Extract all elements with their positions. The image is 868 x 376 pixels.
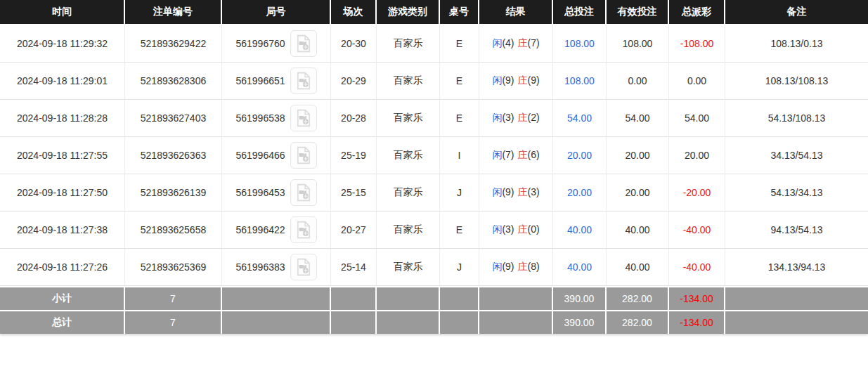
round-id-text: 561996760 [235, 38, 285, 49]
round-id-text: 561996651 [235, 75, 285, 86]
cell-session: 25-15 [331, 174, 377, 212]
video-replay-button[interactable] [290, 254, 317, 280]
cell-valid-bet: 54.00 [607, 100, 669, 137]
column-header-valid-bet: 有效投注 [607, 0, 669, 25]
result-player-score: (9) [502, 261, 514, 272]
cell-time: 2024-09-18 11:27:26 [0, 249, 125, 286]
table-body: 2024-09-18 11:29:32 521893629422 5619967… [0, 25, 868, 286]
column-header-payout: 总派彩 [669, 0, 725, 25]
result-player-score: (7) [502, 149, 514, 160]
video-file-icon [294, 109, 313, 127]
table-footer: 小计 7 390.00 282.00 -134.00 总计 7 390.00 2… [0, 286, 868, 334]
round-id-group: 561996760 [222, 30, 330, 57]
column-header-round-id: 局号 [222, 0, 331, 25]
cell-remark: 54.13/34.13 [725, 174, 868, 212]
video-file-icon [294, 146, 313, 164]
subtotal-total-bet: 390.00 [553, 286, 607, 310]
cell-table-no: E [440, 63, 479, 100]
cell-remark: 134.13/94.13 [725, 249, 868, 286]
result-banker-score: (0) [528, 223, 540, 235]
table-header: 时间 注单编号 局号 场次 游戏类别 桌号 结果 总投注 有效投注 总派彩 备注 [0, 0, 868, 25]
video-replay-button[interactable] [290, 105, 317, 131]
result-player-label: 闲 [492, 223, 502, 235]
subtotal-label: 小计 [0, 286, 125, 310]
result-player-label: 闲 [492, 112, 502, 123]
table-row: 2024-09-18 11:29:01 521893628306 5619966… [0, 63, 868, 100]
column-header-total-bet: 总投注 [553, 0, 607, 25]
cell-total-bet: 108.00 [553, 25, 607, 63]
result-banker-label: 庄 [518, 261, 528, 272]
cell-session: 20-29 [331, 63, 377, 100]
result-player-label: 闲 [492, 261, 502, 272]
round-id-group: 561996538 [222, 105, 330, 131]
cell-payout: -20.00 [669, 174, 725, 212]
footer-empty-cell [331, 286, 377, 310]
grand-total-valid-bet: 282.00 [607, 310, 669, 334]
cell-time: 2024-09-18 11:27:38 [0, 212, 125, 249]
video-replay-button[interactable] [290, 216, 317, 243]
round-id-text: 561996453 [235, 187, 285, 198]
cell-round-id: 561996760 [222, 25, 331, 63]
cell-result: 闲(4)庄(7) [479, 25, 553, 63]
cell-bet-id: 521893628306 [125, 63, 222, 100]
subtotal-valid-bet: 282.00 [607, 286, 669, 310]
round-id-text: 561996383 [235, 261, 285, 273]
video-replay-button[interactable] [290, 30, 317, 57]
cell-table-no: J [440, 174, 479, 212]
cell-result: 闲(9)庄(9) [479, 63, 553, 100]
result-banker-label: 庄 [518, 149, 528, 160]
cell-game-type: 百家乐 [377, 174, 440, 212]
cell-valid-bet: 20.00 [607, 174, 669, 212]
video-file-icon [294, 258, 313, 276]
bet-records-table: 时间 注单编号 局号 场次 游戏类别 桌号 结果 总投注 有效投注 总派彩 备注… [0, 0, 868, 334]
cell-payout: -40.00 [669, 212, 725, 249]
result-banker-label: 庄 [518, 37, 528, 48]
result-banker-score: (9) [528, 74, 540, 86]
cell-remark: 34.13/54.13 [725, 137, 868, 174]
video-file-icon [294, 221, 313, 239]
video-replay-button[interactable] [290, 67, 317, 94]
footer-empty-cell [377, 310, 440, 334]
footer-empty-cell [222, 286, 331, 310]
cell-bet-id: 521893629422 [125, 25, 222, 63]
video-file-icon [294, 72, 313, 90]
footer-empty-cell [440, 286, 479, 310]
cell-time: 2024-09-18 11:27:55 [0, 137, 125, 174]
round-id-group: 561996466 [222, 142, 330, 169]
cell-remark: 108.13/108.13 [725, 63, 868, 100]
cell-table-no: E [440, 212, 479, 249]
cell-game-type: 百家乐 [377, 249, 440, 286]
cell-payout: -40.00 [669, 249, 725, 286]
result-banker-label: 庄 [518, 112, 528, 123]
footer-empty-cell [479, 286, 553, 310]
cell-payout: 54.00 [669, 100, 725, 137]
cell-payout: 0.00 [669, 63, 725, 100]
cell-game-type: 百家乐 [377, 212, 440, 249]
result-banker-score: (2) [528, 112, 540, 123]
cell-total-bet: 54.00 [553, 100, 607, 137]
cell-round-id: 561996466 [222, 137, 331, 174]
cell-session: 25-19 [331, 137, 377, 174]
cell-round-id: 561996538 [222, 100, 331, 137]
cell-payout: 20.00 [669, 137, 725, 174]
cell-total-bet: 20.00 [553, 137, 607, 174]
cell-result: 闲(9)庄(8) [479, 249, 553, 286]
round-id-group: 561996453 [222, 179, 330, 206]
cell-result: 闲(3)庄(0) [479, 212, 553, 249]
video-file-icon [294, 183, 313, 202]
column-header-result: 结果 [479, 0, 553, 25]
cell-round-id: 561996383 [222, 249, 331, 286]
subtotal-payout: -134.00 [669, 286, 725, 310]
column-header-table-no: 桌号 [440, 0, 479, 25]
video-replay-button[interactable] [290, 142, 317, 169]
footer-empty-cell [222, 310, 331, 334]
header-row: 时间 注单编号 局号 场次 游戏类别 桌号 结果 总投注 有效投注 总派彩 备注 [0, 0, 868, 25]
cell-table-no: I [440, 137, 479, 174]
footer-empty-cell [479, 310, 553, 334]
result-player-label: 闲 [492, 186, 502, 197]
footer-empty-cell [725, 286, 868, 310]
round-id-text: 561996538 [235, 112, 285, 124]
result-banker-score: (3) [528, 186, 540, 197]
video-replay-button[interactable] [290, 179, 317, 206]
cell-remark: 94.13/54.13 [725, 212, 868, 249]
